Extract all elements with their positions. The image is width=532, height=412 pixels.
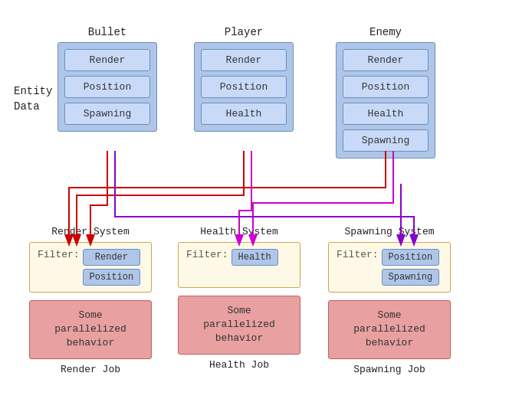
- health-filter-components: Health: [232, 249, 278, 266]
- health-behavior: Some parallelized behavior: [178, 296, 300, 355]
- spawning-filter-box: Filter: Position Spawning: [328, 242, 451, 293]
- render-filter-box: Filter: Render Position: [29, 242, 152, 293]
- player-position: Position: [201, 76, 287, 98]
- enemy-entity-box: Enemy Render Position Health Spawning: [336, 42, 435, 159]
- spawning-filter-label: Filter:: [337, 249, 379, 260]
- bullet-render: Render: [64, 49, 150, 71]
- enemy-health: Health: [343, 103, 429, 125]
- player-health: Health: [201, 103, 287, 125]
- player-render: Render: [201, 49, 287, 71]
- health-job-label: Health Job: [209, 359, 269, 371]
- health-system: Health System Filter: Health Some parall…: [178, 226, 300, 371]
- render-filter-label: Filter:: [38, 249, 80, 260]
- enemy-spawning: Spawning: [343, 129, 429, 152]
- bullet-spawning: Spawning: [64, 103, 150, 125]
- player-entity-box: Player Render Position Health: [194, 42, 294, 132]
- health-filter-box: Filter: Health: [178, 242, 300, 288]
- health-filter-label: Filter:: [186, 249, 228, 260]
- render-system: Render System Filter: Render Position So…: [29, 226, 152, 375]
- spawning-behavior: Some parallelized behavior: [328, 300, 451, 359]
- entity-data-label: Entity Data: [14, 84, 52, 114]
- render-behavior: Some parallelized behavior: [29, 300, 152, 359]
- bullet-position: Position: [64, 76, 150, 98]
- spawning-job-label: Spawning Job: [353, 364, 425, 375]
- render-filter-components: Render Position: [83, 249, 141, 286]
- enemy-title: Enemy: [337, 26, 435, 38]
- health-filter-health: Health: [232, 249, 278, 266]
- spawning-filter-position: Position: [382, 249, 440, 266]
- enemy-position: Position: [343, 76, 429, 98]
- spawning-filter-spawning: Spawning: [382, 269, 440, 286]
- health-system-title: Health System: [200, 226, 277, 237]
- render-filter-render: Render: [83, 249, 141, 266]
- spawning-filter-components: Position Spawning: [382, 249, 440, 286]
- bullet-entity-box: Bullet Render Position Spawning: [57, 42, 157, 132]
- spawning-system-title: Spawning System: [344, 226, 434, 237]
- render-system-title: Render System: [51, 226, 129, 237]
- bullet-title: Bullet: [58, 26, 156, 38]
- diagram: Entity Data Bullet Render Position Spawn…: [0, 0, 532, 412]
- render-filter-position: Position: [83, 269, 141, 286]
- render-job-label: Render Job: [61, 364, 120, 375]
- enemy-render: Render: [343, 49, 429, 71]
- player-title: Player: [195, 26, 293, 38]
- spawning-system: Spawning System Filter: Position Spawnin…: [328, 226, 451, 375]
